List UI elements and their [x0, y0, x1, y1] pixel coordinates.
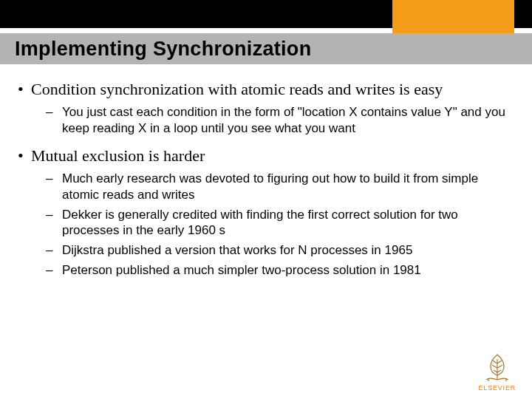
elsevier-logo: ELSEVIER: [479, 352, 516, 392]
dash-icon: –: [46, 104, 55, 120]
header-orange-block: [392, 0, 514, 37]
dash-icon: –: [46, 262, 55, 279]
bullet-icon: •: [15, 146, 21, 166]
list-item: – You just cast each condition in the fo…: [46, 104, 517, 137]
sub-bullet-text: Dijkstra published a version that works …: [62, 242, 412, 259]
dash-icon: –: [46, 242, 55, 259]
list-item: • Condition synchronization with atomic …: [15, 80, 517, 136]
bullet-icon: •: [15, 80, 21, 100]
sub-bullet-text: Much early research was devoted to figur…: [62, 171, 517, 203]
list-item: – Much early research was devoted to fig…: [46, 171, 517, 203]
slide-title: Implementing Synchronization: [15, 38, 311, 61]
dash-icon: –: [46, 171, 55, 187]
dash-icon: –: [46, 207, 55, 223]
tree-icon: [482, 352, 513, 383]
sub-bullet-text: Peterson published a much simpler two-pr…: [62, 262, 421, 279]
list-item: – Peterson published a much simpler two-…: [46, 262, 517, 279]
sub-bullet-text: You just cast each condition in the form…: [62, 104, 517, 137]
list-item: – Dekker is generally credited with find…: [46, 207, 517, 239]
sub-bullet-text: Dekker is generally credited with findin…: [62, 207, 517, 239]
bullet-text: Mutual exclusion is harder: [31, 146, 205, 166]
bullet-text: Condition synchronization with atomic re…: [31, 80, 443, 100]
list-item: – Dijkstra published a version that work…: [46, 242, 517, 259]
title-bar: Implementing Synchronization: [0, 33, 532, 64]
slide-content: • Condition synchronization with atomic …: [15, 80, 517, 289]
list-item: • Mutual exclusion is harder – Much earl…: [15, 146, 517, 278]
logo-label: ELSEVIER: [479, 384, 516, 392]
